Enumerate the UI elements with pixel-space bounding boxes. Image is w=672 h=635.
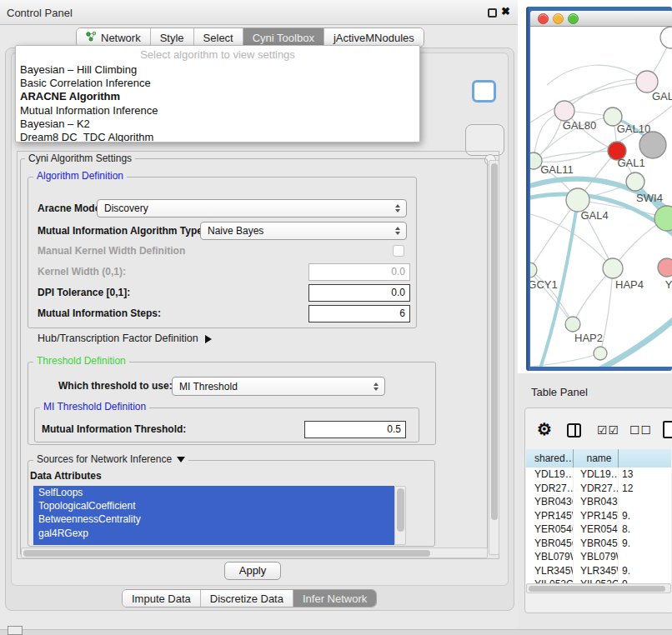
obscured-combobox-focus-ring[interactable]: [472, 80, 496, 102]
manual-kernel-width-label: Manual Kernel Width Definition: [38, 242, 185, 259]
attribute-item-topologicalcoefficient[interactable]: TopologicalCoefficient: [33, 499, 394, 512]
table-row[interactable]: YBL079WYBL079W: [526, 550, 671, 564]
scrollbar-thumb[interactable]: [529, 586, 665, 592]
control-panel-titlebar: Control Panel: [0, 0, 521, 25]
attributes-scrollbar[interactable]: [394, 486, 406, 545]
network-edge: [547, 65, 647, 85]
network-node-hap2[interactable]: [565, 317, 580, 332]
algorithm-option-bayesian-hill-climbing[interactable]: Bayesian – Hill Climbing: [16, 63, 419, 77]
sources-group-title[interactable]: Sources for Network Inference: [33, 454, 188, 465]
tab-network[interactable]: Network: [77, 28, 150, 47]
network-node-top-right[interactable]: [660, 27, 672, 48]
dpi-tolerance-field[interactable]: 0.0: [308, 284, 410, 302]
network-node-bottom-partial[interactable]: [594, 347, 607, 360]
settings-vertical-scrollbar[interactable]: [489, 160, 499, 555]
float-window-icon[interactable]: [488, 8, 497, 18]
apply-button[interactable]: Apply: [224, 562, 281, 580]
tab-impute-data[interactable]: Impute Data: [123, 590, 200, 607]
network-node-gray[interactable]: [639, 132, 666, 158]
zoom-traffic-light-icon[interactable]: [568, 13, 579, 24]
collapse-down-icon[interactable]: [177, 457, 185, 462]
scrollbar-thumb[interactable]: [23, 550, 430, 557]
network-node-y-pink[interactable]: [658, 258, 672, 277]
network-window-titlebar[interactable]: [530, 11, 672, 27]
column-header-shared[interactable]: shared…: [526, 449, 574, 468]
table-cell: 9.: [619, 509, 671, 523]
table-row[interactable]: YBR043CYBR043C: [526, 495, 671, 509]
column-header-name[interactable]: name: [574, 449, 619, 468]
network-node-gal4[interactable]: [566, 188, 589, 212]
tab-label: Discretize Data: [210, 592, 283, 605]
mi-algorithm-type-select[interactable]: Naive Bayes: [200, 222, 407, 240]
tab-jactivemnodules[interactable]: jActiveMNodules: [323, 28, 424, 47]
bottom-partial-button[interactable]: [8, 626, 23, 635]
close-traffic-light-icon[interactable]: [538, 13, 549, 24]
attribute-item-betweennesscentrality[interactable]: BetweennessCentrality: [33, 512, 394, 526]
algorithm-option-aracne-algorithm[interactable]: ARACNE Algorithm: [16, 90, 419, 103]
table-cell: 9.: [619, 537, 671, 551]
algorithm-option-basic-correlation-inference[interactable]: Basic Correlation Inference: [16, 77, 419, 90]
gear-icon[interactable]: ⚙: [537, 419, 552, 439]
algorithm-dropdown-popup: Select algorithm to view settings Bayesi…: [15, 45, 420, 142]
table-row[interactable]: YBR045CYBR045C9.: [526, 537, 671, 551]
file-icon[interactable]: [663, 421, 672, 438]
tab-style[interactable]: Style: [150, 28, 193, 47]
tab-infer-network[interactable]: Infer Network: [293, 590, 376, 607]
table-cell: YPR145W: [574, 509, 619, 523]
scrollbar-thumb[interactable]: [397, 488, 404, 532]
cyni-algorithm-settings-title: Cyni Algorithm Settings: [25, 153, 135, 164]
settings-horizontal-scrollbar[interactable]: [21, 548, 488, 558]
table-horizontal-scrollbar[interactable]: [526, 583, 671, 593]
data-attributes-list[interactable]: SelfLoopsTopologicalCoefficientBetweenne…: [33, 486, 394, 545]
hub-expander[interactable]: Hub/Transcription Factor Definition: [38, 332, 212, 345]
table-row[interactable]: YER054CYER054C8.: [526, 522, 671, 537]
table-cell: YBR043C: [526, 495, 574, 509]
mi-steps-field[interactable]: 6: [308, 305, 410, 322]
network-edge-thick: [599, 318, 672, 367]
select-checks-icon[interactable]: ☑☑: [597, 423, 619, 437]
aracne-mode-value: Discovery: [104, 202, 392, 214]
network-node-swi4[interactable]: [654, 206, 672, 231]
network-canvas[interactable]: GALGAL80GAL10GAL1GAL11SWI4GAL4GCY1HAP4YH…: [530, 27, 672, 367]
close-icon[interactable]: ✖: [501, 5, 510, 18]
manual-kernel-width-checkbox[interactable]: [393, 245, 404, 257]
network-edge: [530, 82, 647, 122]
network-node-hap4[interactable]: [603, 258, 623, 278]
table-row[interactable]: YPR145WYPR145W9.: [526, 509, 671, 523]
aracne-mode-label: Aracne Mode:: [38, 199, 103, 218]
table-row[interactable]: YDR27…YDR27…12: [526, 482, 671, 496]
table-header-row: shared…name: [526, 449, 671, 468]
aracne-mode-select[interactable]: Discovery: [97, 199, 407, 218]
mi-threshold-field[interactable]: 0.5: [304, 421, 406, 438]
network-window: GALGAL80GAL10GAL1GAL11SWI4GAL4GCY1HAP4YH…: [526, 7, 672, 371]
algorithm-option-dream8-dc-tdc-algorithm[interactable]: Dream8 DC_TDC Algorithm: [16, 131, 419, 142]
kernel-width-field[interactable]: 0.0: [308, 263, 410, 281]
which-threshold-select[interactable]: MI Threshold: [172, 377, 385, 396]
hub-expander-label: Hub/Transcription Factor Definition: [38, 332, 198, 344]
bottom-strip: [0, 629, 672, 635]
table-row[interactable]: YDL19…YDL19…13: [526, 468, 671, 482]
split-columns-icon[interactable]: [567, 423, 581, 438]
threshold-definition-title: Threshold Definition: [33, 356, 129, 367]
table-body[interactable]: YDL19…YDL19…13YDR27…YDR27…12YBR043CYBR04…: [526, 468, 671, 584]
tab-discretize-data[interactable]: Discretize Data: [200, 590, 293, 607]
network-graph: GALGAL80GAL10GAL1GAL11SWI4GAL4GCY1HAP4YH…: [530, 27, 672, 367]
attribute-item-gal4rgexp[interactable]: gal4RGexp: [33, 527, 394, 540]
attribute-item-selfloops[interactable]: SelfLoops: [33, 486, 394, 499]
table-panel-title: Table Panel: [531, 386, 588, 398]
expand-right-icon[interactable]: [205, 335, 212, 343]
network-node-gal80[interactable]: [554, 101, 574, 121]
network-edge: [564, 80, 647, 111]
tab-cyni-toolbox[interactable]: Cyni Toolbox: [243, 28, 323, 47]
table-cell: [619, 550, 671, 564]
tab-label: Infer Network: [303, 592, 367, 605]
column-header-extra[interactable]: [619, 449, 671, 468]
scrollbar-thumb[interactable]: [491, 163, 498, 520]
algorithm-option-bayesian-k2[interactable]: Bayesian – K2: [16, 118, 419, 131]
deselect-checks-icon[interactable]: ☐☐: [629, 423, 652, 437]
table-row[interactable]: YLR345WYLR345W9.: [526, 564, 671, 578]
algorithm-option-mutual-information-inference[interactable]: Mutual Information Inference: [16, 104, 419, 118]
minimize-traffic-light-icon[interactable]: [553, 13, 564, 24]
tab-select[interactable]: Select: [193, 28, 243, 47]
network-node-gal1[interactable]: [626, 172, 644, 191]
